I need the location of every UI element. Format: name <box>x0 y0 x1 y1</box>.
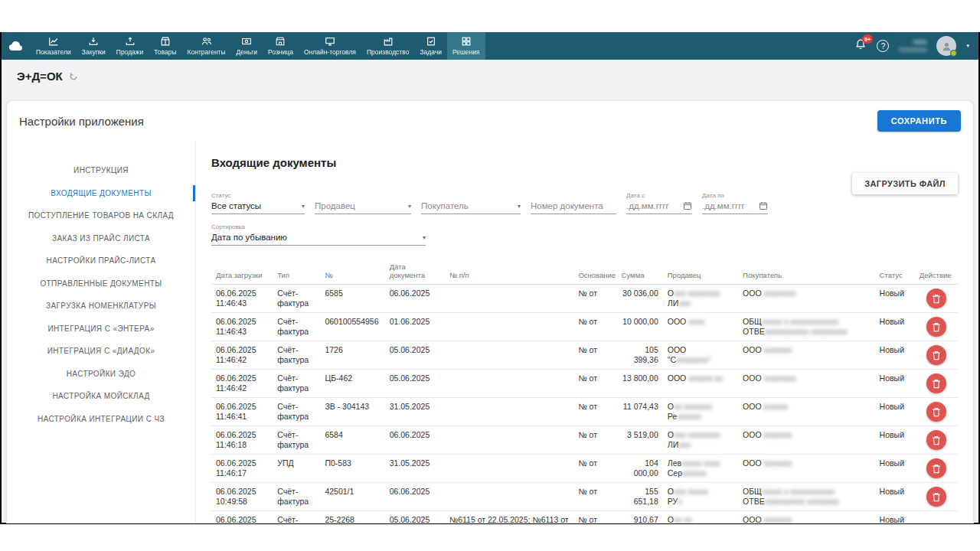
cell-sum: 155 651,18 <box>617 483 663 511</box>
avatar[interactable] <box>936 36 956 56</box>
calendar-icon[interactable] <box>683 201 692 210</box>
sidebar-item-nastroyki-price-lista[interactable]: НАСТРОЙКИ ПРАЙС-ЛИСТА <box>7 249 195 272</box>
sidebar-item-otpravlennye-dokumenty[interactable]: ОТПРАВЛЕННЫЕ ДОКУМЕНТЫ <box>7 272 195 295</box>
sidebar-item-integratsiya-entera[interactable]: ИНТЕГРАЦИЯ С «ЭНТЕРА» <box>7 318 195 341</box>
notifications-button[interactable]: 9+ <box>854 38 867 54</box>
nav-item-label: Товары <box>154 48 176 56</box>
buyer-filter-placeholder: Покупатель <box>421 201 469 210</box>
redacted-text: xxxx <box>688 317 704 326</box>
status-filter-label: Статус <box>211 192 305 199</box>
sidebar-item-postuplenie-tovarov[interactable]: ПОСТУПЛЕНИЕ ТОВАРОВ НА СКЛАД <box>7 204 195 227</box>
refresh-icon[interactable] <box>69 72 78 81</box>
user-name[interactable]: xxxx xxxxxxxxx <box>899 38 926 54</box>
cell-number: 6585 <box>320 285 384 313</box>
column-header[interactable]: № <box>320 258 384 285</box>
column-header[interactable]: Дата документа <box>385 258 445 285</box>
delete-button[interactable] <box>926 289 946 308</box>
date-from-filter[interactable]: Дата с .дд.мм.гггг <box>626 192 692 214</box>
cell-doc-date: 01.06.2025 <box>385 313 445 341</box>
sort-filter[interactable]: Сортировка Дата по убыванию ▾ <box>211 223 426 246</box>
cell-sum: 104 000,00 <box>617 455 663 483</box>
cell-basis: № от <box>573 313 616 341</box>
nav-item-roznitsa[interactable]: Розница <box>263 32 299 60</box>
cell-seller: ООО xxxx <box>663 313 738 341</box>
cell-action <box>915 341 958 370</box>
sidebar-item-nastroyka-integratsii-chz[interactable]: НАСТРОЙКА ИНТЕГРАЦИИ С ЧЗ <box>7 408 195 431</box>
column-header[interactable]: Статус <box>875 258 915 285</box>
delete-button[interactable] <box>926 487 946 507</box>
column-header[interactable]: Основание <box>573 258 616 285</box>
help-label: ? <box>881 42 886 51</box>
upload-file-button[interactable]: ЗАГРУЗИТЬ ФАЙЛ <box>852 173 958 194</box>
doc-number-input[interactable]: Номер документа <box>531 201 616 214</box>
column-header[interactable]: Тип <box>273 258 320 285</box>
delete-button[interactable] <box>926 430 946 450</box>
column-header[interactable]: Дата загрузки <box>211 258 273 285</box>
date-to-filter[interactable]: Дата по .дд.мм.гггг <box>702 192 768 214</box>
sidebar-item-nastroyka-moysklad[interactable]: НАСТРОЙКА МОЙСКЛАД <box>7 385 195 408</box>
solutions-grid-icon <box>461 36 472 47</box>
redacted-text: xx xxxxxxx <box>674 402 712 411</box>
redacted-text: xxxxxxx <box>763 345 792 354</box>
save-button[interactable]: СОХРАНИТЬ <box>877 110 961 132</box>
documents-table: Дата загрузкиТип№Дата документа№ п/пОсно… <box>211 258 958 523</box>
content-panel: Входящие документы ЗАГРУЗИТЬ ФАЙЛ Статус… <box>195 141 973 523</box>
settings-card: Настройки приложения СОХРАНИТЬ ИНСТРУКЦИ… <box>6 100 974 523</box>
nav-item-kontragenty[interactable]: Контрагенты <box>182 32 231 60</box>
redacted-text: xx xx <box>674 515 692 523</box>
cell-npp <box>445 285 574 313</box>
delete-button[interactable] <box>926 317 946 337</box>
cell-status: Новый <box>875 483 915 511</box>
buyer-filter[interactable]: Покупатель ▾ <box>421 201 521 214</box>
top-navigation-bar: ПоказателиЗакупкиПродажиТоварыКонтрагент… <box>2 32 978 60</box>
column-header[interactable]: Действие <box>915 258 958 285</box>
cell-npp <box>445 455 574 483</box>
nav-item-zakupki[interactable]: Закупки <box>77 32 111 60</box>
delete-button[interactable] <box>926 345 946 365</box>
moysklad-cloud-logo-icon[interactable] <box>2 32 31 60</box>
redacted-text: xxxxx x xxxxxxxxxxxx <box>762 317 838 326</box>
nav-item-proizvodstvo[interactable]: Производство <box>361 32 414 60</box>
column-header[interactable]: № п/п <box>445 258 574 285</box>
date-from-label: Дата с <box>626 192 692 199</box>
redacted-text: xxxxxxxx <box>763 289 795 298</box>
calendar-icon[interactable] <box>759 201 768 210</box>
date-to-label: Дата по <box>702 192 768 199</box>
status-filter[interactable]: Статус Все статусы ▾ <box>211 192 305 214</box>
nav-item-tovary[interactable]: Товары <box>149 32 181 60</box>
delete-button[interactable] <box>926 373 946 393</box>
delete-button[interactable] <box>926 458 946 478</box>
table-row: 06.06.202511:46:18Счёт-фактура658406.06.… <box>211 426 958 455</box>
cell-seller: Оxx xxxxxxxРеxxxxxx <box>663 398 738 426</box>
table-row: 06.06.202511:46:42Счёт-фактураЦБ-46205.0… <box>211 370 958 398</box>
column-header[interactable]: Продавец <box>663 258 738 285</box>
redacted-text: xxxxxxxxxxx xxxxxxxxx <box>765 327 848 336</box>
chevron-down-icon: ▾ <box>423 234 426 242</box>
nav-item-prodazhi[interactable]: Продажи <box>111 32 149 60</box>
date-to-value: .дд.мм.гггг <box>702 201 745 210</box>
nav-item-online-torgovlya[interactable]: Онлайн-торговля <box>299 32 361 60</box>
cell-type: Счёт-фактура <box>273 426 320 455</box>
cell-action <box>915 511 958 524</box>
delete-button[interactable] <box>926 402 946 422</box>
cell-seller: Оxxx xxxxxxxxЛИxxx <box>663 426 738 455</box>
seller-filter[interactable]: Продавец ▾ <box>315 201 411 214</box>
column-header[interactable]: Покупатель <box>738 258 875 285</box>
nav-item-dengi[interactable]: Деньги <box>231 32 263 60</box>
nav-item-zadachi[interactable]: Задачи <box>414 32 447 60</box>
column-header[interactable]: Сумма <box>617 258 663 285</box>
sidebar-item-zagruzka-nomenklatury[interactable]: ЗАГРУЗКА НОМЕНКЛАТУРЫ <box>7 295 195 318</box>
documents-table-wrap: Дата загрузкиТип№Дата документа№ п/пОсно… <box>211 258 958 523</box>
sidebar-item-instruktsiya[interactable]: ИНСТРУКЦИЯ <box>7 159 195 182</box>
chevron-down-icon[interactable]: ▾ <box>966 43 969 49</box>
help-button[interactable]: ? <box>877 40 889 52</box>
contractors-icon <box>201 36 212 47</box>
topnav-items: ПоказателиЗакупкиПродажиТоварыКонтрагент… <box>31 32 485 60</box>
nav-item-resheniya[interactable]: Решения <box>447 32 485 60</box>
cell-type: Счёт-фактура <box>273 285 320 313</box>
sidebar-item-zakaz-iz-price-lista[interactable]: ЗАКАЗ ИЗ ПРАЙС ЛИСТА <box>7 227 195 250</box>
sidebar-item-integratsiya-diadok[interactable]: ИНТЕГРАЦИЯ С «ДИАДОК» <box>7 340 195 363</box>
sidebar-item-vkhodyashchie-dokumenty[interactable]: ВХОДЯЩИЕ ДОКУМЕНТЫ <box>7 182 195 205</box>
nav-item-pokazateli[interactable]: Показатели <box>31 32 77 60</box>
sidebar-item-nastroyki-edo[interactable]: НАСТРОЙКИ ЭДО <box>7 363 195 386</box>
